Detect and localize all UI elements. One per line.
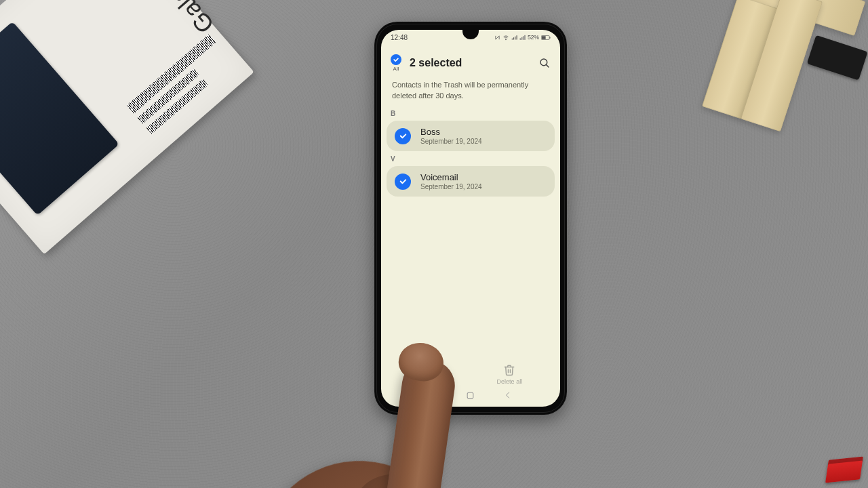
select-all-label: All (393, 66, 399, 72)
contact-date: September 19, 2024 (420, 138, 482, 145)
check-icon (391, 54, 401, 65)
status-bar: 12:48 52% (381, 30, 560, 45)
box-model-text: Galaxy A06 (114, 0, 220, 39)
photo-scene: Galaxy A06 SAMSUNG 12:48 52% (0, 0, 868, 488)
channel-badge (825, 456, 863, 483)
contact-name: Voicemail (420, 172, 482, 182)
svg-rect-3 (549, 37, 550, 39)
signal-icon (511, 35, 517, 41)
wifi-icon (502, 35, 509, 41)
svg-line-5 (546, 64, 549, 67)
wooden-prop (698, 0, 868, 172)
trash-icon (503, 364, 515, 376)
svg-rect-1 (541, 35, 549, 39)
status-right: 52% (494, 34, 551, 41)
selection-count-title: 2 selected (410, 57, 530, 69)
signal-icon (519, 35, 526, 41)
search-button[interactable] (538, 57, 551, 69)
app-header: All 2 selected Contacts in the Trash wil… (381, 49, 560, 102)
black-component (807, 35, 868, 81)
nav-recents-button[interactable] (429, 390, 438, 400)
check-icon (395, 128, 411, 144)
recents-icon (429, 390, 438, 400)
barcode-icon (127, 35, 216, 114)
check-icon (395, 174, 411, 190)
svg-rect-9 (468, 392, 474, 399)
contact-date: September 19, 2024 (420, 183, 482, 190)
nav-home-button[interactable] (466, 390, 475, 400)
svg-rect-2 (542, 36, 546, 39)
section-header: B (387, 107, 555, 121)
box-art-panel (0, 22, 119, 216)
search-icon (538, 57, 551, 69)
section-header: V (387, 152, 555, 166)
nfc-icon (494, 35, 500, 41)
phone-frame: 12:48 52% All (374, 22, 567, 415)
contact-name: Boss (420, 127, 482, 137)
select-all-toggle[interactable]: All (391, 54, 401, 72)
bottom-action-bar: Restore all Delete all (381, 364, 560, 385)
phone-screen: 12:48 52% All (381, 30, 560, 407)
svg-point-0 (505, 39, 506, 40)
status-time: 12:48 (391, 34, 408, 41)
android-nav-bar (381, 388, 560, 403)
product-box: Galaxy A06 SAMSUNG (0, 0, 254, 254)
battery-icon (541, 35, 551, 41)
delete-all-button[interactable]: Delete all (497, 364, 523, 385)
back-icon (504, 391, 512, 399)
home-icon (466, 391, 475, 400)
trash-info-text: Contacts in the Trash will be permanentl… (391, 80, 551, 102)
contact-list: B Boss September 19, 2024 V (387, 107, 555, 198)
svg-point-4 (540, 59, 547, 66)
delete-label: Delete all (497, 378, 523, 385)
phone-notch (462, 30, 479, 39)
status-battery: 52% (528, 34, 539, 41)
nav-back-button[interactable] (503, 390, 513, 400)
box-barcodes (127, 35, 237, 138)
contact-row[interactable]: Boss September 19, 2024 (387, 121, 555, 151)
contact-row[interactable]: Voicemail September 19, 2024 (387, 166, 555, 197)
